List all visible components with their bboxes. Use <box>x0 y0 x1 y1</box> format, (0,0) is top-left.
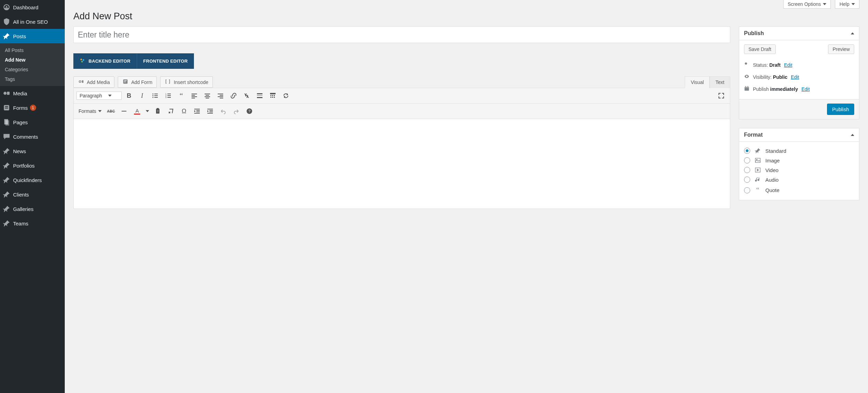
publish-panel-toggle[interactable]: Publish <box>739 27 859 40</box>
svg-rect-57 <box>207 109 213 109</box>
editor-toolbar-row2: Formats ABC A T Ω ? <box>74 104 730 119</box>
formats-dropdown[interactable]: Formats <box>76 107 104 115</box>
add-form-button[interactable]: Add Form <box>118 76 157 88</box>
sidebar-item-posts[interactable]: Posts <box>0 29 65 43</box>
svg-rect-60 <box>207 113 213 114</box>
fullscreen-button[interactable] <box>715 90 727 102</box>
pin-icon <box>3 162 10 169</box>
format-panel: Format Standard Image <box>739 128 859 200</box>
insert-shortcode-button[interactable]: Insert shortcode <box>160 76 213 88</box>
chevron-up-icon <box>851 134 854 136</box>
sidebar-sub-categories[interactable]: Categories <box>0 65 65 74</box>
hr-button[interactable] <box>118 105 130 117</box>
add-media-button[interactable]: Add Media <box>73 76 114 88</box>
svg-rect-40 <box>257 95 262 96</box>
format-option-image[interactable]: Image <box>744 156 854 165</box>
edit-status-link[interactable]: Edit <box>784 62 792 68</box>
text-color-button[interactable]: A <box>131 105 143 117</box>
sidebar-item-label: Dashboard <box>13 4 38 10</box>
format-option-standard[interactable]: Standard <box>744 146 854 156</box>
form-icon <box>122 78 128 86</box>
blockquote-button[interactable]: “ <box>175 90 187 102</box>
publish-visibility-line: Visibility: Public Edit <box>744 71 854 83</box>
image-icon <box>754 157 761 163</box>
frontend-editor-button[interactable]: FRONTEND EDITOR <box>137 53 194 69</box>
align-right-button[interactable] <box>215 90 226 102</box>
svg-rect-18 <box>154 95 158 96</box>
toolbar-toggle-button[interactable] <box>267 90 279 102</box>
forms-badge: 1 <box>30 105 36 111</box>
bullet-list-button[interactable] <box>149 90 161 102</box>
paste-text-button[interactable]: T <box>152 105 164 117</box>
publish-panel: Publish Save Draft Preview Status: Draft… <box>739 26 859 119</box>
sidebar-item-forms[interactable]: Forms 1 <box>0 100 65 115</box>
svg-rect-35 <box>218 94 223 94</box>
numbered-list-button[interactable]: 123 <box>162 90 174 102</box>
outdent-button[interactable] <box>191 105 203 117</box>
sidebar-item-media[interactable]: Media <box>0 86 65 100</box>
sidebar-item-comments[interactable]: Comments <box>0 129 65 144</box>
tab-visual[interactable]: Visual <box>685 76 710 88</box>
special-char-button[interactable]: Ω <box>178 105 190 117</box>
sidebar-item-dashboard[interactable]: Dashboard <box>0 0 65 14</box>
edit-schedule-link[interactable]: Edit <box>802 86 810 92</box>
post-title-input[interactable] <box>73 26 730 43</box>
forms-icon <box>3 104 10 111</box>
backend-editor-button[interactable]: BACKEND EDITOR <box>73 53 137 69</box>
visibility-value: Public <box>773 74 787 80</box>
sidebar-item-seo[interactable]: All in One SEO <box>0 14 65 29</box>
radio-icon <box>744 187 750 193</box>
format-panel-toggle[interactable]: Format <box>739 128 859 142</box>
indent-button[interactable] <box>204 105 216 117</box>
sidebar-sub-add-new[interactable]: Add New <box>0 55 65 65</box>
help-button[interactable]: Help <box>835 0 859 9</box>
sidebar-item-label: Posts <box>13 33 26 39</box>
read-more-button[interactable] <box>254 90 266 102</box>
chevron-down-icon <box>851 3 855 5</box>
edit-visibility-link[interactable]: Edit <box>791 74 799 80</box>
sidebar-sub-all-posts[interactable]: All Posts <box>0 45 65 55</box>
preview-button[interactable]: Preview <box>828 44 854 54</box>
bold-button[interactable]: B <box>123 90 135 102</box>
dashboard-icon <box>3 3 10 11</box>
align-left-button[interactable] <box>188 90 200 102</box>
schedule-label: Publish <box>753 86 769 92</box>
text-color-dropdown[interactable] <box>144 105 151 117</box>
publish-button[interactable]: Publish <box>827 104 854 115</box>
sidebar-item-news[interactable]: News <box>0 144 65 158</box>
format-option-quote[interactable]: “ Quote <box>744 184 854 196</box>
clear-formatting-button[interactable] <box>165 105 177 117</box>
sidebar-item-pages[interactable]: Pages <box>0 115 65 129</box>
frontend-editor-label: FRONTEND EDITOR <box>143 59 188 64</box>
svg-rect-68 <box>755 158 760 163</box>
sidebar-item-label: All in One SEO <box>13 19 48 25</box>
refresh-button[interactable] <box>280 90 292 102</box>
sidebar-item-teams[interactable]: Teams <box>0 216 65 231</box>
link-button[interactable] <box>228 90 239 102</box>
tab-text[interactable]: Text <box>710 76 730 88</box>
sidebar-sub-tags[interactable]: Tags <box>0 74 65 84</box>
help-icon-button[interactable]: ? <box>244 105 255 117</box>
svg-rect-14 <box>124 82 126 82</box>
screen-options-button[interactable]: Screen Options <box>783 0 831 9</box>
svg-point-0 <box>3 92 7 95</box>
align-center-button[interactable] <box>202 90 213 102</box>
redo-button[interactable] <box>230 105 242 117</box>
format-select[interactable]: Paragraph <box>76 92 122 100</box>
sidebar-item-clients[interactable]: Clients <box>0 187 65 202</box>
undo-button[interactable] <box>217 105 229 117</box>
strikethrough-button[interactable]: ABC <box>105 105 117 117</box>
svg-rect-29 <box>192 96 197 97</box>
format-option-audio[interactable]: Audio <box>744 175 854 184</box>
svg-point-8 <box>83 59 84 61</box>
format-option-video[interactable]: Video <box>744 165 854 175</box>
svg-rect-44 <box>272 95 273 96</box>
sidebar-item-quickfinders[interactable]: Quickfinders <box>0 173 65 187</box>
save-draft-button[interactable]: Save Draft <box>744 44 776 54</box>
unlink-button[interactable] <box>241 90 252 102</box>
svg-rect-49 <box>122 111 126 111</box>
italic-button[interactable]: I <box>136 90 148 102</box>
sidebar-item-galleries[interactable]: Galleries <box>0 202 65 216</box>
editor-content-area[interactable] <box>74 119 730 209</box>
sidebar-item-portfolios[interactable]: Portfolios <box>0 158 65 173</box>
